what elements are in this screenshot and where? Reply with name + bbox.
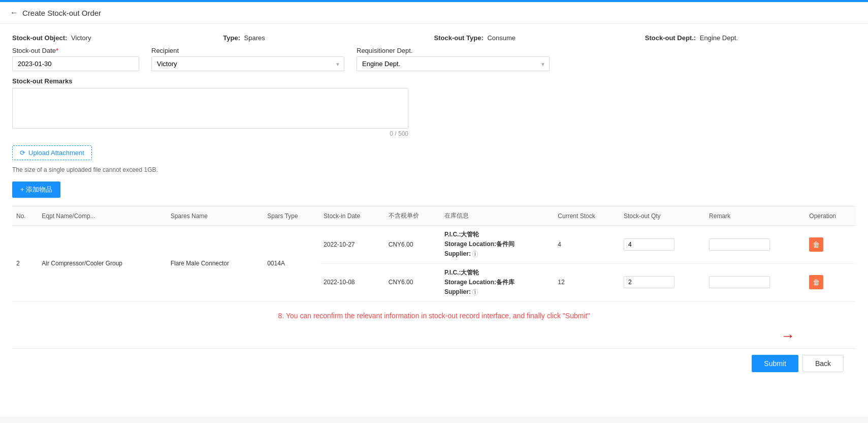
col-stock-out-qty: Stock-out Qty — [620, 206, 705, 226]
stock-out-object-value: Victory — [71, 34, 91, 42]
stock-out-dept-label: Stock-out Dept.: — [645, 34, 696, 42]
col-no: No. — [12, 206, 38, 226]
col-stock-info: 在库信息 — [440, 206, 554, 226]
stock-out-qty-input[interactable] — [624, 276, 674, 288]
delete-button[interactable]: 🗑 — [809, 275, 823, 289]
main-content: Stock-out Object: Victory Type: Spares S… — [0, 24, 868, 416]
cell-stock-info: P.I.C.:大管轮 Storage Location:备件库 Supplier… — [440, 263, 554, 301]
cell-stock-in-date: 2022-10-27 — [319, 226, 384, 264]
cell-stock-out-qty[interactable] — [620, 226, 705, 264]
back-button-footer[interactable]: Back — [802, 355, 844, 372]
requisitioner-dept-group: Requisitioner Dept. Engine Dept. ▼ — [357, 47, 550, 71]
stock-out-type-label: Stock-out Type: — [434, 34, 484, 42]
col-spars-type: Spars Type — [263, 206, 319, 226]
cell-eqpt: Air Compressor/Cooler Group — [38, 226, 166, 301]
stock-out-object-label: Stock-out Object: — [12, 34, 67, 42]
back-button[interactable]: ← — [10, 8, 18, 17]
upload-attachment-button[interactable]: ⟳ Upload Attachment — [12, 145, 92, 160]
page-title: Create Stock-out Order — [22, 9, 101, 17]
recipient-select-wrapper: Victory ▼ — [151, 56, 344, 71]
cell-current-stock: 4 — [554, 226, 620, 264]
footer-actions: Submit Back — [12, 348, 856, 378]
items-table-container: No. Eqpt Name/Comp... Spares Name Spars … — [12, 206, 856, 301]
required-indicator: * — [56, 47, 58, 54]
stock-out-date-input[interactable] — [12, 56, 139, 71]
type-label: Type: — [223, 34, 240, 42]
submit-button[interactable]: Submit — [752, 355, 798, 372]
stock-out-dept-value: Engine Dept. — [700, 34, 738, 42]
recipient-label: Recipient — [151, 47, 344, 54]
cell-unit-price: CNY6.00 — [384, 226, 440, 264]
remark-input[interactable] — [709, 276, 770, 288]
cell-stock-info: P.I.C.:大管轮 Storage Location:备件间 Supplier… — [440, 226, 554, 264]
col-stock-in-date: Stock-in Date — [319, 206, 384, 226]
top-info-row: Stock-out Object: Victory Type: Spares S… — [12, 34, 856, 42]
cell-current-stock: 12 — [554, 263, 620, 301]
cell-operation[interactable]: 🗑 — [805, 263, 856, 301]
table-header: No. Eqpt Name/Comp... Spares Name Spars … — [12, 206, 856, 226]
delete-button[interactable]: 🗑 — [809, 237, 823, 252]
hint-message: 8. You can reconfirm the relevant inform… — [12, 312, 856, 320]
char-count: 0 / 500 — [12, 130, 408, 137]
cell-operation[interactable]: 🗑 — [805, 226, 856, 264]
recipient-group: Recipient Victory ▼ — [151, 47, 344, 71]
cell-stock-in-date: 2022-10-08 — [319, 263, 384, 301]
cell-remark[interactable] — [705, 263, 805, 301]
stock-out-date-label: Stock-out Date* — [12, 47, 139, 54]
requisitioner-dept-label: Requisitioner Dept. — [357, 47, 550, 54]
remarks-section: Stock-out Remarks 0 / 500 — [12, 77, 856, 137]
upload-section: ⟳ Upload Attachment — [12, 145, 856, 163]
items-table: No. Eqpt Name/Comp... Spares Name Spars … — [12, 206, 856, 301]
col-current-stock: Current Stock — [554, 206, 620, 226]
stock-out-qty-input[interactable] — [624, 238, 674, 251]
requisitioner-dept-select-wrapper: Engine Dept. ▼ — [357, 56, 550, 71]
arrow-hint: → — [12, 328, 856, 344]
col-eqpt: Eqpt Name/Comp... — [38, 206, 166, 226]
recipient-select[interactable]: Victory — [151, 56, 344, 71]
form-row-1: Stock-out Date* Recipient Victory ▼ Requ… — [12, 47, 856, 71]
cell-no: 2 — [12, 226, 38, 301]
cell-stock-out-qty[interactable] — [620, 263, 705, 301]
remarks-label: Stock-out Remarks — [12, 77, 856, 85]
stock-out-type-value: Consume — [487, 34, 516, 42]
col-operation: Operation — [805, 206, 856, 226]
stock-out-object-field: Stock-out Object: Victory — [12, 34, 223, 42]
add-item-button[interactable]: + 添加物品 — [12, 182, 60, 198]
arrow-icon: → — [781, 328, 795, 344]
remarks-textarea[interactable] — [12, 88, 408, 129]
requisitioner-dept-select[interactable]: Engine Dept. — [357, 56, 550, 71]
type-value: Spares — [244, 34, 265, 42]
upload-icon: ⟳ — [20, 149, 25, 157]
table-body: 2Air Compressor/Cooler GroupFlare Male C… — [12, 226, 856, 301]
stock-out-dept-field: Stock-out Dept.: Engine Dept. — [645, 34, 856, 42]
remark-input[interactable] — [709, 238, 770, 251]
type-field: Type: Spares — [223, 34, 434, 42]
header: ← Create Stock-out Order — [0, 2, 868, 24]
col-spares: Spares Name — [167, 206, 264, 226]
upload-hint: The size of a single uploaded file canno… — [12, 166, 856, 173]
cell-unit-price: CNY6.00 — [384, 263, 440, 301]
col-unit-price: 不含税单价 — [384, 206, 440, 226]
table-row: 2Air Compressor/Cooler GroupFlare Male C… — [12, 226, 856, 264]
stock-out-date-group: Stock-out Date* — [12, 47, 139, 71]
cell-remark[interactable] — [705, 226, 805, 264]
cell-spars-type: 0014A — [263, 226, 319, 301]
cell-spares: Flare Male Connector — [167, 226, 264, 301]
col-remark: Remark — [705, 206, 805, 226]
upload-button-label: Upload Attachment — [28, 149, 84, 157]
stock-out-type-field: Stock-out Type: Consume — [434, 34, 645, 42]
